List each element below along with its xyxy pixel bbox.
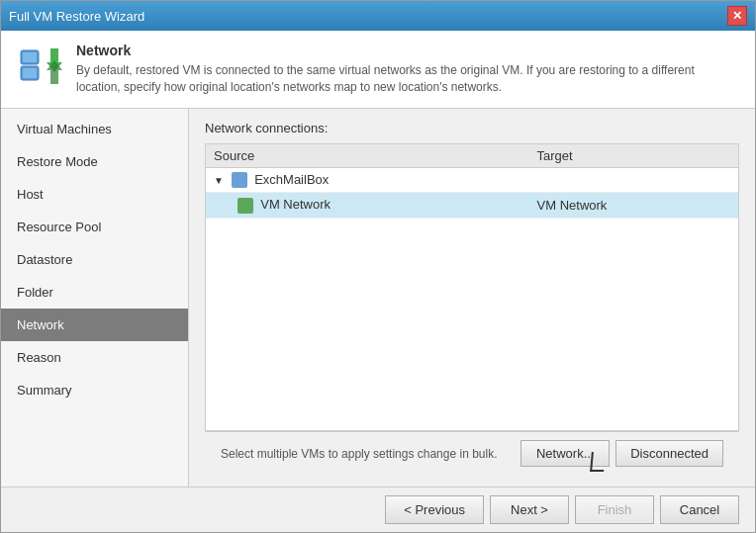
cancel-button[interactable]: Cancel [660,495,739,524]
sidebar-item-network[interactable]: Network [1,309,188,341]
sidebar-item-resource-pool[interactable]: Resource Pool [1,211,188,243]
table-row-group[interactable]: ▼ ExchMailBox [206,167,738,193]
network-icon [17,43,64,90]
sidebar-item-restore-mode[interactable]: Restore Mode [1,145,188,178]
target-column-header: Target [529,144,738,168]
network-connections-table: Source Target ▼ ExchMailBox [205,143,739,431]
network-button[interactable]: Network... [520,440,610,467]
sidebar-item-host[interactable]: Host [1,178,188,211]
group-row-cell: ▼ ExchMailBox [206,167,738,193]
section-title: Network connections: [205,121,739,135]
sidebar-item-virtual-machines[interactable]: Virtual Machines [1,113,188,145]
title-bar: Full VM Restore Wizard ✕ [1,1,755,31]
header-title: Network [76,43,739,58]
header-description: By default, restored VM is connected to … [76,62,739,96]
sidebar-item-datastore[interactable]: Datastore [1,243,188,276]
action-buttons: Network... Disconnected [520,440,723,467]
network-source-icon [237,198,253,214]
dialog-window: Full VM Restore Wizard ✕ Network By defa… [0,0,756,533]
next-button[interactable]: Next > [490,495,569,524]
disconnected-button[interactable]: Disconnected [615,440,723,467]
expand-arrow-icon: ▼ [214,175,224,186]
svg-rect-1 [23,52,37,62]
footer: < Previous Next > Finish Cancel [1,487,755,532]
table-row-network[interactable]: VM Network VM Network [206,193,738,219]
source-cell: VM Network [206,193,529,219]
content-area: Virtual Machines Restore Mode Host Resou… [1,109,755,487]
header-section: Network By default, restored VM is conne… [1,31,755,109]
bottom-actions: Select multiple VMs to apply settings ch… [205,431,739,475]
vm-icon [232,172,247,188]
target-cell: VM Network [529,193,738,219]
close-button[interactable]: ✕ [727,6,747,26]
bulk-hint: Select multiple VMs to apply settings ch… [221,447,497,461]
sidebar: Virtual Machines Restore Mode Host Resou… [1,109,189,487]
sidebar-item-folder[interactable]: Folder [1,276,188,309]
finish-button[interactable]: Finish [575,495,654,524]
sidebar-item-summary[interactable]: Summary [1,374,188,406]
main-content: Network connections: Source Target ▼ [189,109,755,487]
previous-button[interactable]: < Previous [385,495,484,524]
dialog-title: Full VM Restore Wizard [9,9,144,24]
sidebar-item-reason[interactable]: Reason [1,341,188,374]
header-text: Network By default, restored VM is conne… [76,43,739,96]
source-column-header: Source [206,144,529,168]
svg-rect-3 [23,68,37,78]
